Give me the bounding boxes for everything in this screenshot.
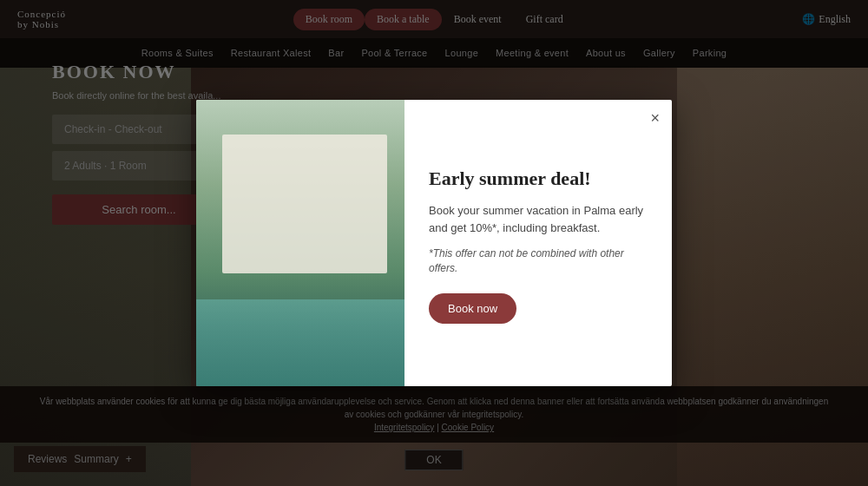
modal-content: × Early summer deal! Book your summer va…: [404, 100, 672, 386]
modal-note-text: *This offer can not be combined with oth…: [429, 246, 648, 276]
promo-modal: × Early summer deal! Book your summer va…: [196, 100, 672, 386]
modal-body-text: Book your summer vacation in Palma early…: [429, 202, 648, 236]
modal-close-button[interactable]: ×: [650, 110, 660, 126]
modal-image: [196, 100, 404, 386]
modal-book-button[interactable]: Book now: [429, 293, 516, 324]
modal-title: Early summer deal!: [429, 167, 648, 190]
